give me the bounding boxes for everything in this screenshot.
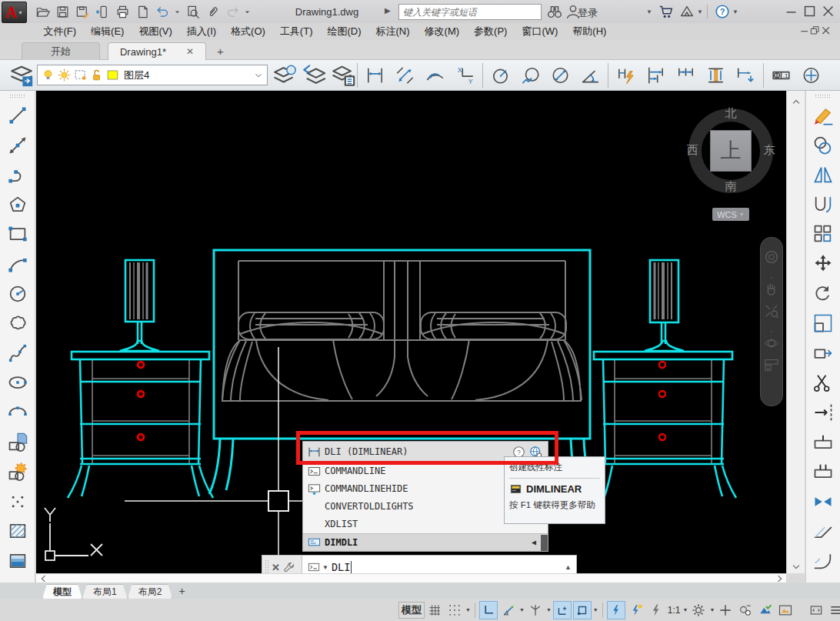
- help-icon[interactable]: ?: [714, 3, 731, 20]
- erase-icon[interactable]: [810, 102, 836, 129]
- popup-scrollbar-thumb[interactable]: [541, 535, 548, 551]
- dimlinear-icon[interactable]: [360, 62, 390, 88]
- menu-W[interactable]: 窗口(W): [515, 23, 565, 40]
- new-tab-button[interactable]: +: [217, 45, 224, 58]
- ellipse-icon[interactable]: [5, 369, 31, 396]
- signin-caret[interactable]: ▼: [646, 8, 652, 15]
- menu-T[interactable]: 工具(T): [272, 23, 320, 40]
- menu-N[interactable]: 标注(N): [368, 23, 417, 40]
- dimarc-icon[interactable]: [420, 62, 450, 88]
- pline-icon[interactable]: [5, 162, 31, 188]
- navigation-bar[interactable]: [760, 237, 783, 406]
- status-full-icon[interactable]: [807, 601, 825, 619]
- dimbaseline-icon[interactable]: [641, 62, 671, 88]
- scroll-down-icon[interactable]: [787, 559, 805, 572]
- layer-dropdown-chevron[interactable]: [253, 70, 264, 81]
- horizontal-scrollbar[interactable]: [36, 573, 786, 583]
- menu-H[interactable]: 帮助(H): [565, 23, 614, 40]
- layout-tab-布局2[interactable]: 布局2: [128, 584, 173, 599]
- status-hamb-icon[interactable]: [827, 601, 840, 619]
- command-input[interactable]: ▼ DLI ▲: [302, 555, 577, 573]
- viewcube-north[interactable]: 北: [723, 106, 738, 121]
- fillet-icon[interactable]: [810, 548, 836, 574]
- trim-icon[interactable]: [810, 369, 836, 396]
- status-grid-icon[interactable]: [425, 601, 444, 619]
- doc-close-button[interactable]: [820, 25, 832, 37]
- status-caret-icon[interactable]: ▼: [682, 607, 688, 613]
- makeblock-icon[interactable]: [5, 459, 31, 485]
- hatch-icon[interactable]: [5, 518, 31, 544]
- search-icon[interactable]: [546, 3, 563, 20]
- dimradius-icon[interactable]: [485, 62, 515, 88]
- attach-icon[interactable]: [202, 2, 222, 21]
- undo-icon[interactable]: [152, 2, 172, 21]
- status-snap-icon[interactable]: [445, 601, 464, 619]
- status-osnap-icon[interactable]: [573, 601, 592, 619]
- caret-icon[interactable]: [242, 2, 252, 21]
- status-track-icon[interactable]: [553, 601, 572, 619]
- newpage-icon[interactable]: [132, 2, 152, 21]
- copy-icon[interactable]: [810, 132, 836, 159]
- title-expand-arrow[interactable]: ▶: [385, 6, 391, 15]
- scale-icon[interactable]: [810, 310, 836, 336]
- status-plus-icon[interactable]: [716, 601, 735, 619]
- nav-pan-icon[interactable]: [763, 281, 780, 298]
- centermark-icon[interactable]: [796, 62, 826, 88]
- dimdiameter-icon[interactable]: [545, 62, 575, 88]
- app-store-cart-icon[interactable]: [658, 3, 675, 20]
- break-icon[interactable]: [810, 459, 836, 485]
- menu-E[interactable]: 编辑(E): [84, 23, 132, 40]
- status-polar-icon[interactable]: [499, 601, 518, 619]
- wcs-dropdown[interactable]: WCS▼: [712, 208, 749, 221]
- exchange-caret[interactable]: ▼: [697, 8, 703, 15]
- status-caret-icon[interactable]: ▼: [465, 607, 471, 613]
- preview-icon[interactable]: [182, 2, 202, 21]
- layer-freeze-icon[interactable]: [73, 68, 88, 82]
- tolerance-icon[interactable]: .1: [766, 62, 796, 88]
- command-history-up-icon[interactable]: ▲: [565, 563, 572, 571]
- close-button[interactable]: [820, 3, 837, 20]
- earc-icon[interactable]: [5, 399, 31, 426]
- modify-toolbar-grip[interactable]: [815, 94, 832, 98]
- viewcube-east[interactable]: 东: [762, 143, 777, 158]
- revcloud-icon[interactable]: [5, 310, 31, 336]
- help-search-input[interactable]: [398, 4, 542, 20]
- dimjogged-icon[interactable]: [515, 62, 545, 88]
- viewcube-top-face[interactable]: 上: [710, 130, 752, 172]
- save-icon[interactable]: [52, 2, 72, 21]
- redogray-icon[interactable]: [222, 2, 242, 21]
- viewcube-south[interactable]: 南: [723, 179, 738, 194]
- viewcube[interactable]: 北 南 西 东 上: [688, 109, 773, 193]
- status-annoscale-icon[interactable]: [647, 601, 665, 619]
- menu-F[interactable]: 文件(F): [36, 23, 84, 40]
- lamp-right[interactable]: [645, 260, 684, 351]
- menu-V[interactable]: 视图(V): [132, 23, 179, 40]
- join-icon[interactable]: [810, 489, 836, 515]
- help-caret[interactable]: ▼: [732, 8, 738, 15]
- status-caret-icon[interactable]: ▼: [709, 607, 715, 613]
- status-annovis-icon[interactable]: [607, 601, 625, 619]
- qdim-icon[interactable]: [611, 62, 641, 88]
- layer-dropdown[interactable]: 图层4: [37, 65, 268, 85]
- menu-O[interactable]: 格式(O): [224, 23, 273, 40]
- layer-unlock-icon[interactable]: [89, 68, 104, 82]
- nav-wheel-icon[interactable]: [763, 249, 780, 265]
- dimcontinue-icon[interactable]: [671, 62, 701, 88]
- bed-details[interactable]: [222, 261, 582, 401]
- status-img-icon[interactable]: [776, 601, 795, 619]
- status-iso-icon[interactable]: [526, 601, 545, 619]
- nav-caret[interactable]: [763, 270, 780, 276]
- layer-thaw-icon[interactable]: [57, 68, 72, 82]
- status-gpu-icon[interactable]: [756, 601, 775, 619]
- extend-icon[interactable]: [810, 399, 836, 426]
- minimize-button[interactable]: [783, 3, 800, 20]
- caret-icon[interactable]: [172, 2, 182, 21]
- viewcube-west[interactable]: 西: [685, 143, 700, 158]
- menu-M[interactable]: 修改(M): [417, 23, 467, 40]
- drawing-canvas[interactable]: 北 南 西 东 上 WCS▼ DLI (DIMLINEAR)?COMMANDLI…: [36, 91, 786, 573]
- dimangular-icon[interactable]: [575, 62, 605, 88]
- menu-P[interactable]: 参数(P): [467, 23, 515, 40]
- status-caret-icon[interactable]: ▼: [546, 607, 552, 613]
- polygon-icon[interactable]: [5, 192, 31, 218]
- nav-motion-icon[interactable]: [763, 356, 780, 373]
